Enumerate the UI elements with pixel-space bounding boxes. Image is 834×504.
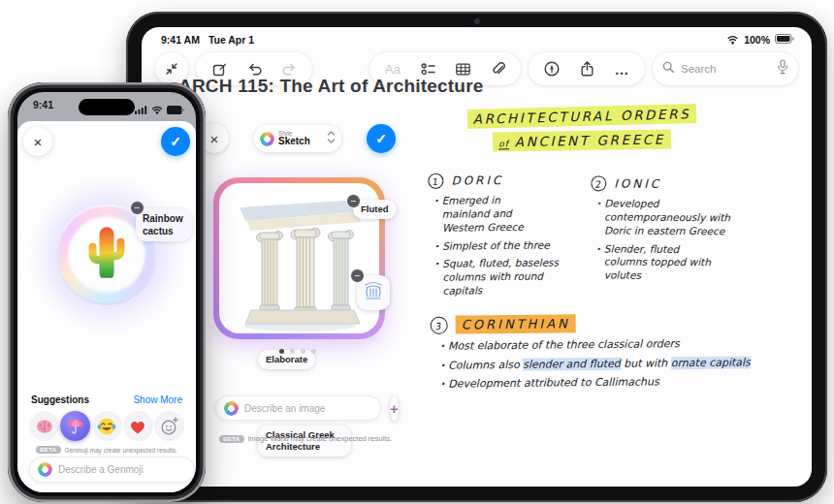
page-dot[interactable] <box>301 349 305 354</box>
genmoji-close-button[interactable]: × <box>23 127 52 156</box>
cellular-signal-icon <box>135 101 147 118</box>
page-dot[interactable] <box>290 349 295 354</box>
iphone-clock: 9:41 <box>33 99 53 110</box>
genmoji-beta-note: BETA Genmoji may create unexpected resul… <box>17 446 196 454</box>
image-prompt-field[interactable] <box>215 395 381 421</box>
ionic-number: 2 <box>590 174 607 192</box>
doric-bullet: Squat, fluted, baseless columns with rou… <box>434 257 561 299</box>
dictation-mic-icon[interactable] <box>777 59 788 79</box>
corinthian-name: CORINTHIAN <box>456 314 576 333</box>
battery-icon <box>775 34 794 46</box>
image-prompt-input[interactable] <box>244 403 372 414</box>
remove-fluted-button[interactable]: − <box>346 194 361 208</box>
corinthian-number: 3 <box>429 315 448 334</box>
search-icon <box>662 60 675 78</box>
red-heart-emoji-button[interactable] <box>123 411 153 441</box>
remove-description-button[interactable]: − <box>130 201 144 215</box>
doric-bullet: Emerged in mainland and Western Greece <box>434 194 549 236</box>
note-title: ARCH 115: The Art of Architecture <box>178 76 484 97</box>
result-page-dots[interactable] <box>279 349 316 354</box>
doric-name: DORIC <box>451 173 503 188</box>
handwritten-notes: ARCHITECTURAL ORDERS ofANCIENT GREECE 1D… <box>429 109 812 487</box>
ipad-front-camera <box>474 18 480 24</box>
notes-heading-line1: ARCHITECTURAL ORDERS <box>438 105 725 127</box>
attachment-button[interactable] <box>482 55 513 82</box>
beta-badge: BETA <box>219 435 244 443</box>
dynamic-island <box>79 99 135 115</box>
suggestions-label: Suggestions <box>31 394 89 405</box>
column-sketch-icon <box>362 279 385 307</box>
style-value: Sketch <box>278 137 323 146</box>
ipad-date: Tue Apr 1 <box>208 34 254 46</box>
umbrella-emoji-button[interactable] <box>60 411 90 441</box>
corinthian-bullet: Most elaborate of the three classical or… <box>440 336 760 354</box>
doric-bullet: Simplest of the three <box>434 238 551 253</box>
search-input[interactable] <box>681 63 771 75</box>
iphone-device: 9:41 × ✓ Rainbow cactus − <box>8 82 206 502</box>
wifi-icon <box>726 34 739 47</box>
brain-emoji-button[interactable] <box>29 411 59 441</box>
page-dot[interactable] <box>279 349 284 354</box>
beta-badge: BETA <box>36 446 61 454</box>
iphone-status-bar: 9:41 <box>17 97 196 114</box>
highlighted-phrase: slender and fluted <box>523 357 621 370</box>
more-button[interactable]: … <box>606 55 637 82</box>
ipad-status-bar: 9:41 AM Tue Apr 1 100% <box>161 33 794 47</box>
battery-icon <box>167 101 184 118</box>
add-image-button[interactable]: + <box>389 395 400 422</box>
iphone-genmoji-sheet: 9:41 × ✓ Rainbow cactus − <box>17 92 196 492</box>
suggestion-emoji-row <box>29 411 184 441</box>
genmoji-description-chip[interactable]: Rainbow cactus <box>136 208 192 241</box>
search-field[interactable] <box>653 52 798 85</box>
share-button[interactable] <box>571 55 602 82</box>
image-wand-confirm-button[interactable]: ✓ <box>367 124 396 153</box>
genmoji-confirm-button[interactable]: ✓ <box>161 127 190 156</box>
beta-text: Genmoji may create unexpected results. <box>65 447 177 454</box>
ipad-notes-app: 9:41 AM Tue Apr 1 100% <box>142 27 812 487</box>
ipad-clock: 9:41 AM <box>161 34 200 46</box>
style-picker[interactable]: Style Sketch <box>254 125 341 152</box>
image-wand-beta-note: BETA Image Wand may create unexpected re… <box>219 434 392 443</box>
ionic-bullet: Developed contemporaneously with Doric i… <box>596 197 732 238</box>
ipad-device: 9:41 AM Tue Apr 1 100% <box>126 12 827 502</box>
ionic-bullet: Slender, fluted columns topped with volu… <box>596 242 721 283</box>
doric-number: 1 <box>427 173 444 190</box>
laughing-tears-emoji-button[interactable] <box>92 411 122 441</box>
corinthian-bullet: Columns also slender and fluted but with… <box>440 356 765 373</box>
page-dot[interactable] <box>311 349 316 354</box>
new-genmoji-button[interactable] <box>154 411 184 441</box>
wifi-icon <box>151 101 163 118</box>
apple-intelligence-icon <box>38 462 52 477</box>
corinthian-bullet: Development attributed to Callimachus <box>440 375 731 393</box>
stage: 9:41 AM Tue Apr 1 100% <box>0 0 834 504</box>
corinthian-section: 3CORINTHIAN Most elaborate of the three … <box>431 312 773 396</box>
doric-section: 1DORIC Emerged in mainland and Western G… <box>428 172 590 303</box>
chevron-up-down-icon <box>327 130 336 147</box>
beta-text: Image Wand may create unexpected results… <box>248 434 393 443</box>
notes-heading-line2: ofANCIENT GREECE <box>438 130 725 150</box>
markup-pencil-button[interactable] <box>536 55 567 82</box>
show-more-button[interactable]: Show More <box>133 394 182 405</box>
genmoji-prompt-input[interactable] <box>58 464 186 475</box>
genmoji-prompt-field[interactable] <box>29 457 195 483</box>
highlighted-phrase: ornate capitals <box>671 356 751 369</box>
remove-sketch-button[interactable]: − <box>350 268 365 283</box>
image-wand-icon <box>224 401 239 416</box>
image-wand-style-icon <box>260 132 274 146</box>
rainbow-cactus-emoji <box>84 226 129 282</box>
genmoji-sheet: × ✓ Rainbow cactus − <box>17 121 196 492</box>
battery-percent: 100% <box>744 34 770 46</box>
ionic-section: 2IONIC Developed contemporaneously with … <box>591 175 772 288</box>
ionic-name: IONIC <box>614 177 661 191</box>
